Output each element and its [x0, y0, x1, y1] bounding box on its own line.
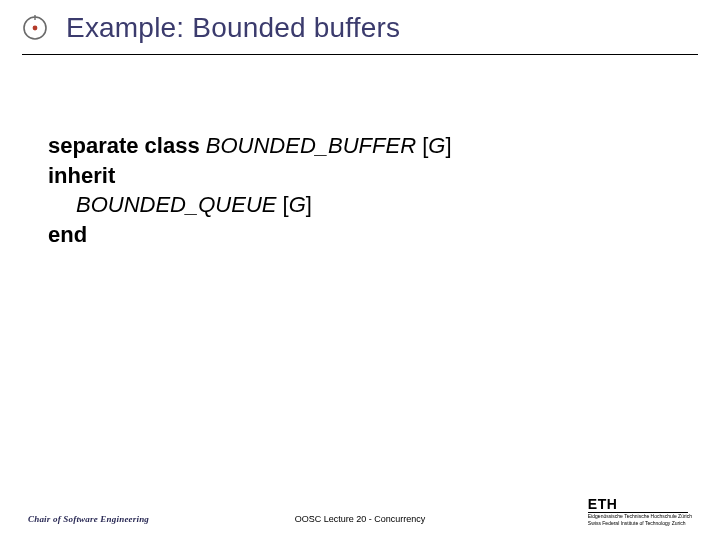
gp-open-2: [ [276, 192, 288, 217]
eth-logo-text: ETH [588, 497, 692, 511]
slide-title: Example: Bounded buffers [66, 12, 400, 44]
keyword-inherit: inherit [48, 163, 115, 188]
class-name-bounded-buffer: BOUNDED_BUFFER [206, 133, 416, 158]
footer-left-text: Chair of Software Engineering [28, 514, 149, 524]
generic-g-2: G [289, 192, 306, 217]
slide: Example: Bounded buffers separate class … [0, 0, 720, 540]
slide-footer: Chair of Software Engineering OOSC Lectu… [0, 498, 720, 524]
code-line-2: inherit [48, 161, 672, 191]
class-name-bounded-queue: BOUNDED_QUEUE [76, 192, 276, 217]
gp-open: [ [416, 133, 428, 158]
keyword-separate-class: separate class [48, 133, 200, 158]
svg-point-1 [33, 26, 38, 31]
gp-close-2: ] [306, 192, 312, 217]
slide-header: Example: Bounded buffers [0, 0, 720, 44]
footer-logo: ETH Eidgenössische Technische Hochschule… [588, 497, 692, 526]
slide-body: separate class BOUNDED_BUFFER [G] inheri… [0, 55, 720, 250]
eth-subtitle-1: Eidgenössische Technische Hochschule Zür… [588, 514, 692, 520]
eth-subtitle-2: Swiss Federal Institute of Technology Zu… [588, 521, 692, 527]
generic-g-1: G [428, 133, 445, 158]
gp-close: ] [445, 133, 451, 158]
footer-center-text: OOSC Lecture 20 - Concurrency [295, 514, 426, 524]
code-line-3: BOUNDED_QUEUE [G] [48, 190, 672, 220]
keyword-end: end [48, 222, 87, 247]
circle-bullet-icon [22, 15, 48, 41]
code-line-1: separate class BOUNDED_BUFFER [G] [48, 131, 672, 161]
code-line-4: end [48, 220, 672, 250]
